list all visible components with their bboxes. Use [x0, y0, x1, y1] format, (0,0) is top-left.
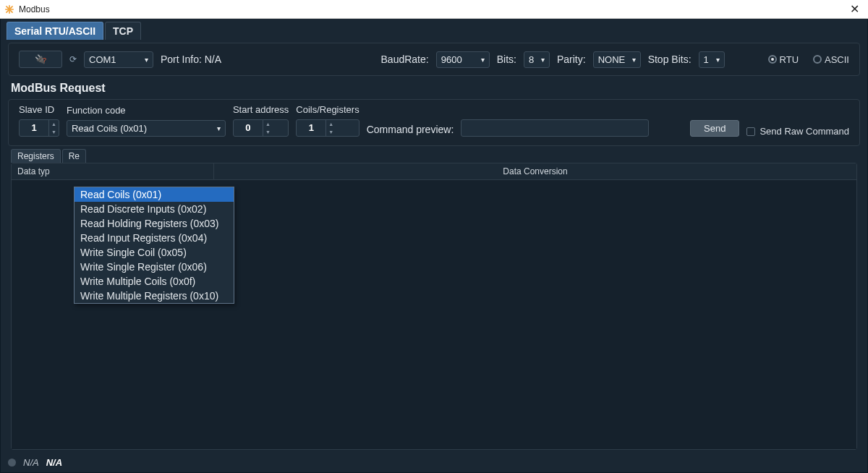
- radio-ascii[interactable]: ASCII: [813, 54, 849, 65]
- function-code-select[interactable]: Read Coils (0x01) ▾: [67, 120, 226, 137]
- connection-panel: 🔌? ⟳ COM1 ▾ Port Info: N/A BaudRate: 960…: [8, 43, 860, 76]
- slave-id-value: 1: [20, 120, 48, 136]
- tab-serial-rtu-ascii[interactable]: Serial RTU/ASCII: [7, 22, 103, 40]
- protocol-tab-strip: Serial RTU/ASCII TCP: [1, 19, 867, 40]
- tab-tcp[interactable]: TCP: [105, 22, 141, 40]
- status-text-2: N/A: [46, 457, 62, 468]
- port-value: COM1: [89, 54, 116, 65]
- chevron-up-icon[interactable]: ▲: [49, 120, 59, 128]
- titlebar: Modbus ✕: [0, 0, 868, 19]
- slave-id-input[interactable]: 1 ▲▼: [19, 119, 59, 137]
- slave-id-label: Slave ID: [19, 104, 59, 116]
- radio-dot-icon: [813, 55, 822, 64]
- header-data-conversion: Data Conversion: [214, 163, 856, 179]
- parity-value: NONE: [598, 54, 626, 65]
- coils-registers-value: 1: [297, 120, 326, 136]
- baudrate-select[interactable]: 9600 ▾: [436, 51, 490, 68]
- stopbits-select[interactable]: 1 ▾: [699, 51, 725, 68]
- parity-label: Parity:: [557, 54, 586, 65]
- modbus-request-title: ModBus Request: [8, 82, 860, 98]
- radio-rtu-label: RTU: [780, 54, 799, 65]
- function-code-dropdown: Read Coils (0x01) Read Discrete Inputs (…: [74, 187, 234, 304]
- modbus-request-panel: Slave ID 1 ▲▼ Function code Read Coils (…: [8, 99, 860, 146]
- baudrate-value: 9600: [441, 54, 462, 65]
- tab-registers-second[interactable]: Re: [62, 149, 86, 163]
- function-code-value: Read Coils (0x01): [72, 123, 147, 134]
- chevron-down-icon[interactable]: ▼: [49, 128, 59, 136]
- close-icon[interactable]: ✕: [846, 4, 864, 15]
- start-address-value: 0: [234, 120, 263, 136]
- dropdown-item[interactable]: Write Single Coil (0x05): [75, 245, 234, 260]
- radio-rtu[interactable]: RTU: [768, 54, 799, 65]
- coils-registers-input[interactable]: 1 ▲▼: [296, 119, 359, 137]
- dropdown-item[interactable]: Read Discrete Inputs (0x02): [75, 202, 234, 216]
- dropdown-item[interactable]: Write Multiple Coils (0x0f): [75, 274, 234, 289]
- send-raw-label: Send Raw Command: [760, 126, 849, 137]
- start-address-label: Start address: [233, 104, 289, 116]
- chevron-up-icon[interactable]: ▲: [326, 120, 336, 128]
- plug-disconnected-icon: 🔌?: [35, 54, 46, 64]
- dropdown-item[interactable]: Write Multiple Registers (0x10): [75, 289, 234, 303]
- send-raw-checkbox[interactable]: Send Raw Command: [746, 126, 849, 137]
- chevron-down-icon: ▾: [626, 56, 636, 64]
- dropdown-item[interactable]: Read Coils (0x01): [75, 187, 234, 202]
- window-title: Modbus: [19, 4, 50, 14]
- command-preview-input[interactable]: [461, 119, 649, 137]
- chevron-down-icon: ▾: [710, 56, 720, 64]
- baudrate-label: BaudRate:: [381, 54, 429, 65]
- chevron-down-icon[interactable]: ▼: [263, 128, 273, 136]
- refresh-ports-icon[interactable]: ⟳: [69, 54, 77, 64]
- parity-select[interactable]: NONE ▾: [593, 51, 641, 68]
- checkbox-box-icon: [746, 127, 755, 136]
- start-address-input[interactable]: 0 ▲▼: [233, 119, 289, 137]
- send-button[interactable]: Send: [690, 120, 739, 137]
- registers-tab-strip: Registers Re: [1, 149, 867, 163]
- command-preview-label: Command preview:: [367, 124, 454, 135]
- dropdown-item[interactable]: Write Single Register (0x06): [75, 260, 234, 274]
- chevron-down-icon: ▾: [211, 124, 221, 132]
- chevron-down-icon: ▾: [475, 56, 485, 64]
- dropdown-item[interactable]: Read Input Registers (0x04): [75, 231, 234, 245]
- stopbits-label: Stop Bits:: [648, 54, 692, 65]
- app-icon: [4, 4, 14, 14]
- stopbits-value: 1: [704, 54, 709, 65]
- bits-value: 8: [529, 54, 534, 65]
- coils-registers-label: Coils/Registers: [296, 104, 359, 116]
- chevron-up-icon[interactable]: ▲: [263, 120, 273, 128]
- bits-select[interactable]: 8 ▾: [524, 51, 550, 68]
- status-text-1: N/A: [23, 457, 39, 468]
- radio-dot-icon: [768, 55, 777, 64]
- port-select[interactable]: COM1 ▾: [84, 51, 153, 68]
- chevron-down-icon[interactable]: ▼: [326, 128, 336, 136]
- tab-registers[interactable]: Registers: [11, 149, 61, 163]
- statusbar: N/A N/A: [1, 454, 867, 472]
- header-data-type: Data typ: [12, 163, 214, 179]
- bits-label: Bits:: [497, 54, 516, 65]
- status-indicator-icon: [8, 459, 16, 466]
- port-info-label: Port Info: N/A: [161, 54, 221, 65]
- chevron-down-icon: ▾: [535, 56, 545, 64]
- radio-ascii-label: ASCII: [825, 54, 849, 65]
- dropdown-item[interactable]: Read Holding Registers (0x03): [75, 216, 234, 231]
- chevron-down-icon: ▾: [139, 56, 148, 64]
- registers-table-header: Data typ Data Conversion: [12, 163, 856, 180]
- function-code-label: Function code: [67, 105, 226, 117]
- connect-button[interactable]: 🔌?: [19, 51, 62, 68]
